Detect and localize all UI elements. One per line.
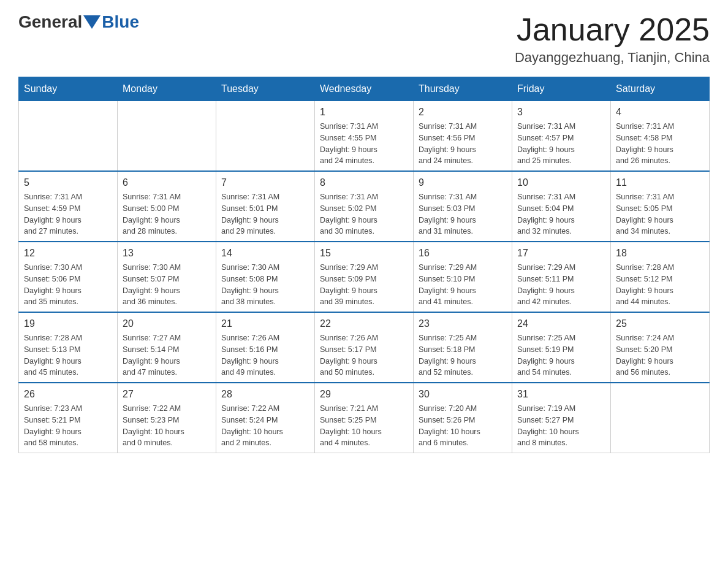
logo-blue-text: Blue <box>102 12 139 32</box>
day-number: 10 <box>517 175 605 190</box>
day-number: 14 <box>221 246 309 261</box>
day-number: 23 <box>419 316 507 331</box>
day-info: Sunrise: 7:29 AM Sunset: 5:10 PM Dayligh… <box>419 262 507 308</box>
day-number: 8 <box>320 175 408 190</box>
weekday-header-tuesday: Tuesday <box>216 77 315 101</box>
calendar-day-cell <box>611 383 710 453</box>
day-info: Sunrise: 7:29 AM Sunset: 5:11 PM Dayligh… <box>517 262 605 308</box>
calendar-day-cell: 12Sunrise: 7:30 AM Sunset: 5:06 PM Dayli… <box>19 242 118 312</box>
calendar-day-cell <box>19 101 118 172</box>
day-number: 13 <box>123 246 211 261</box>
day-info: Sunrise: 7:21 AM Sunset: 5:25 PM Dayligh… <box>320 403 408 449</box>
calendar-day-cell: 10Sunrise: 7:31 AM Sunset: 5:04 PM Dayli… <box>512 171 611 242</box>
day-info: Sunrise: 7:30 AM Sunset: 5:06 PM Dayligh… <box>24 262 112 308</box>
calendar-day-cell: 1Sunrise: 7:31 AM Sunset: 4:55 PM Daylig… <box>315 101 414 172</box>
calendar-day-cell: 27Sunrise: 7:22 AM Sunset: 5:23 PM Dayli… <box>118 383 216 453</box>
day-number: 22 <box>320 316 408 331</box>
calendar-day-cell: 20Sunrise: 7:27 AM Sunset: 5:14 PM Dayli… <box>118 312 216 383</box>
page-header: General Blue January 2025 Dayanggezhuang… <box>18 12 710 66</box>
calendar-day-cell: 5Sunrise: 7:31 AM Sunset: 4:59 PM Daylig… <box>19 171 118 242</box>
calendar-day-cell <box>216 101 315 172</box>
title-block: January 2025 Dayanggezhuang, Tianjin, Ch… <box>515 12 710 66</box>
weekday-header-friday: Friday <box>512 77 611 101</box>
day-info: Sunrise: 7:31 AM Sunset: 4:59 PM Dayligh… <box>24 191 112 237</box>
day-number: 28 <box>221 387 309 402</box>
day-info: Sunrise: 7:23 AM Sunset: 5:21 PM Dayligh… <box>24 403 112 449</box>
day-number: 4 <box>616 105 704 120</box>
calendar-day-cell: 16Sunrise: 7:29 AM Sunset: 5:10 PM Dayli… <box>414 242 512 312</box>
day-info: Sunrise: 7:31 AM Sunset: 4:56 PM Dayligh… <box>419 121 507 167</box>
day-number: 26 <box>24 387 112 402</box>
logo: General Blue <box>18 12 139 32</box>
calendar-week-row: 19Sunrise: 7:28 AM Sunset: 5:13 PM Dayli… <box>19 312 710 383</box>
day-number: 19 <box>24 316 112 331</box>
calendar-day-cell <box>118 101 216 172</box>
calendar-week-row: 26Sunrise: 7:23 AM Sunset: 5:21 PM Dayli… <box>19 383 710 453</box>
day-number: 6 <box>123 175 211 190</box>
day-number: 30 <box>419 387 507 402</box>
day-number: 5 <box>24 175 112 190</box>
calendar-day-cell: 28Sunrise: 7:22 AM Sunset: 5:24 PM Dayli… <box>216 383 315 453</box>
calendar-day-cell: 9Sunrise: 7:31 AM Sunset: 5:03 PM Daylig… <box>414 171 512 242</box>
day-number: 15 <box>320 246 408 261</box>
calendar-day-cell: 25Sunrise: 7:24 AM Sunset: 5:20 PM Dayli… <box>611 312 710 383</box>
day-info: Sunrise: 7:28 AM Sunset: 5:12 PM Dayligh… <box>616 262 704 308</box>
calendar-day-cell: 18Sunrise: 7:28 AM Sunset: 5:12 PM Dayli… <box>611 242 710 312</box>
day-info: Sunrise: 7:30 AM Sunset: 5:07 PM Dayligh… <box>123 262 211 308</box>
calendar-day-cell: 31Sunrise: 7:19 AM Sunset: 5:27 PM Dayli… <box>512 383 611 453</box>
calendar-day-cell: 4Sunrise: 7:31 AM Sunset: 4:58 PM Daylig… <box>611 101 710 172</box>
calendar-day-cell: 24Sunrise: 7:25 AM Sunset: 5:19 PM Dayli… <box>512 312 611 383</box>
day-info: Sunrise: 7:29 AM Sunset: 5:09 PM Dayligh… <box>320 262 408 308</box>
calendar-day-cell: 17Sunrise: 7:29 AM Sunset: 5:11 PM Dayli… <box>512 242 611 312</box>
day-info: Sunrise: 7:27 AM Sunset: 5:14 PM Dayligh… <box>123 332 211 378</box>
logo-general-text: General <box>18 12 82 32</box>
calendar-week-row: 5Sunrise: 7:31 AM Sunset: 4:59 PM Daylig… <box>19 171 710 242</box>
calendar-day-cell: 13Sunrise: 7:30 AM Sunset: 5:07 PM Dayli… <box>118 242 216 312</box>
calendar-day-cell: 19Sunrise: 7:28 AM Sunset: 5:13 PM Dayli… <box>19 312 118 383</box>
calendar-day-cell: 22Sunrise: 7:26 AM Sunset: 5:17 PM Dayli… <box>315 312 414 383</box>
day-info: Sunrise: 7:24 AM Sunset: 5:20 PM Dayligh… <box>616 332 704 378</box>
day-number: 12 <box>24 246 112 261</box>
day-number: 7 <box>221 175 309 190</box>
day-info: Sunrise: 7:31 AM Sunset: 4:58 PM Dayligh… <box>616 121 704 167</box>
calendar-day-cell: 30Sunrise: 7:20 AM Sunset: 5:26 PM Dayli… <box>414 383 512 453</box>
day-info: Sunrise: 7:26 AM Sunset: 5:17 PM Dayligh… <box>320 332 408 378</box>
day-number: 21 <box>221 316 309 331</box>
day-info: Sunrise: 7:31 AM Sunset: 5:04 PM Dayligh… <box>517 191 605 237</box>
day-number: 18 <box>616 246 704 261</box>
day-info: Sunrise: 7:31 AM Sunset: 4:57 PM Dayligh… <box>517 121 605 167</box>
calendar-day-cell: 2Sunrise: 7:31 AM Sunset: 4:56 PM Daylig… <box>414 101 512 172</box>
day-number: 31 <box>517 387 605 402</box>
weekday-header-row: SundayMondayTuesdayWednesdayThursdayFrid… <box>19 77 710 101</box>
day-number: 29 <box>320 387 408 402</box>
calendar-day-cell: 7Sunrise: 7:31 AM Sunset: 5:01 PM Daylig… <box>216 171 315 242</box>
calendar-table: SundayMondayTuesdayWednesdayThursdayFrid… <box>18 77 710 453</box>
day-info: Sunrise: 7:28 AM Sunset: 5:13 PM Dayligh… <box>24 332 112 378</box>
day-number: 11 <box>616 175 704 190</box>
day-number: 9 <box>419 175 507 190</box>
calendar-day-cell: 21Sunrise: 7:26 AM Sunset: 5:16 PM Dayli… <box>216 312 315 383</box>
day-number: 3 <box>517 105 605 120</box>
calendar-day-cell: 11Sunrise: 7:31 AM Sunset: 5:05 PM Dayli… <box>611 171 710 242</box>
weekday-header-sunday: Sunday <box>19 77 118 101</box>
weekday-header-monday: Monday <box>118 77 216 101</box>
calendar-day-cell: 14Sunrise: 7:30 AM Sunset: 5:08 PM Dayli… <box>216 242 315 312</box>
day-info: Sunrise: 7:31 AM Sunset: 5:05 PM Dayligh… <box>616 191 704 237</box>
day-number: 1 <box>320 105 408 120</box>
day-info: Sunrise: 7:22 AM Sunset: 5:23 PM Dayligh… <box>123 403 211 449</box>
calendar-day-cell: 8Sunrise: 7:31 AM Sunset: 5:02 PM Daylig… <box>315 171 414 242</box>
day-info: Sunrise: 7:20 AM Sunset: 5:26 PM Dayligh… <box>419 403 507 449</box>
month-title: January 2025 <box>515 12 710 47</box>
weekday-header-thursday: Thursday <box>414 77 512 101</box>
day-info: Sunrise: 7:31 AM Sunset: 5:00 PM Dayligh… <box>123 191 211 237</box>
logo-triangle-icon <box>83 15 100 29</box>
day-number: 27 <box>123 387 211 402</box>
calendar-week-row: 12Sunrise: 7:30 AM Sunset: 5:06 PM Dayli… <box>19 242 710 312</box>
day-info: Sunrise: 7:26 AM Sunset: 5:16 PM Dayligh… <box>221 332 309 378</box>
calendar-day-cell: 15Sunrise: 7:29 AM Sunset: 5:09 PM Dayli… <box>315 242 414 312</box>
day-number: 20 <box>123 316 211 331</box>
calendar-day-cell: 23Sunrise: 7:25 AM Sunset: 5:18 PM Dayli… <box>414 312 512 383</box>
day-number: 17 <box>517 246 605 261</box>
calendar-week-row: 1Sunrise: 7:31 AM Sunset: 4:55 PM Daylig… <box>19 101 710 172</box>
day-info: Sunrise: 7:25 AM Sunset: 5:19 PM Dayligh… <box>517 332 605 378</box>
